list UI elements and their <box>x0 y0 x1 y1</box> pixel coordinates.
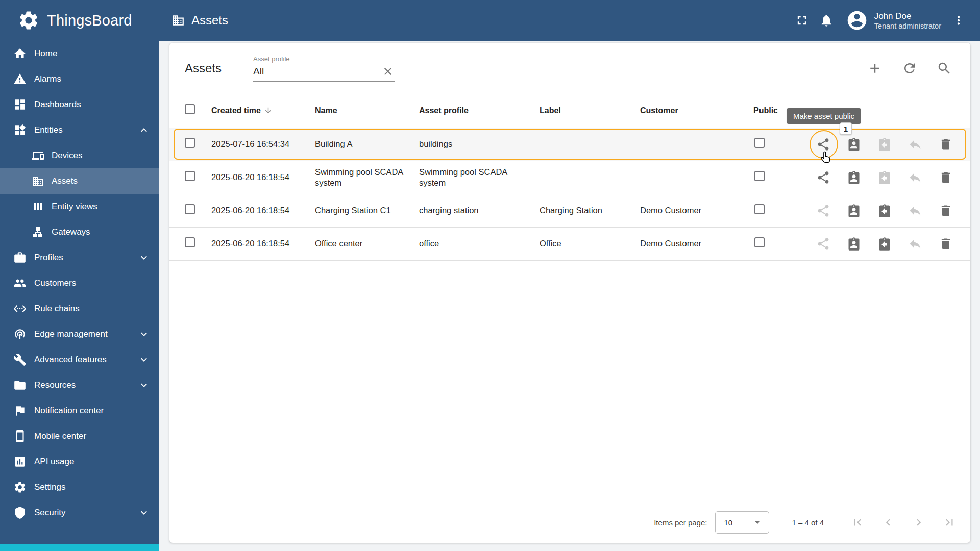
sidebar-item-label: Mobile center <box>34 431 86 441</box>
first-page-button <box>846 511 869 534</box>
assign-customer-button[interactable] <box>843 133 865 156</box>
advanced-features-icon <box>13 353 27 366</box>
public-checkbox[interactable] <box>754 237 765 247</box>
table-row[interactable]: 2025-06-20 16:18:54 Office center office… <box>169 228 970 261</box>
sidebar-item-label: Dashboards <box>34 99 81 110</box>
items-per-page-select[interactable]: 10 <box>715 511 769 534</box>
table-row[interactable]: 2025-06-20 16:18:54 Swimming pool SCADA … <box>169 161 970 194</box>
thingsboard-logo-icon <box>17 9 40 32</box>
rule-chains-icon <box>13 302 27 315</box>
edge-icon <box>13 328 27 341</box>
sidebar-item-label: Notification center <box>34 406 104 416</box>
user-menu[interactable]: John Doe Tenant administrator <box>846 9 941 32</box>
entity-views-icon <box>32 201 44 213</box>
column-label[interactable]: Label <box>540 106 640 116</box>
unassign-customer-button[interactable] <box>873 199 896 222</box>
sidebar-item-entities[interactable]: Entities <box>0 117 159 143</box>
make-public-button <box>812 199 835 222</box>
sidebar-item-advanced-features[interactable]: Advanced features <box>0 347 159 372</box>
table-row[interactable]: 2025-06-20 16:18:54 Charging Station C1 … <box>169 194 970 228</box>
entities-icon <box>13 123 27 137</box>
public-checkbox[interactable] <box>754 138 765 148</box>
more-menu-button[interactable] <box>946 8 971 33</box>
delete-button[interactable] <box>935 199 957 222</box>
brand[interactable]: ThingsBoard <box>0 9 159 32</box>
sidebar-item-mobile-center[interactable]: Mobile center <box>0 423 159 449</box>
cell-customer: Demo Customer <box>640 238 753 249</box>
sidebar-item-entity-views[interactable]: Entity views <box>0 194 159 219</box>
sidebar-item-gateways[interactable]: Gateways <box>0 219 159 245</box>
sidebar-item-home[interactable]: Home <box>0 41 159 66</box>
cell-created-time: 2025-06-20 16:18:54 <box>211 172 315 183</box>
sidebar-item-devices[interactable]: Devices <box>0 143 159 168</box>
delete-button[interactable] <box>935 233 957 255</box>
delete-button[interactable] <box>935 166 957 189</box>
clear-filter-icon[interactable] <box>382 65 394 78</box>
pagination-nav <box>846 511 961 534</box>
cell-created-time: 2025-07-16 16:54:34 <box>211 139 315 149</box>
resources-icon <box>13 379 27 392</box>
cell-asset-profile: office <box>419 238 540 249</box>
dashboards-icon <box>13 98 27 111</box>
add-asset-button[interactable] <box>864 58 886 79</box>
sidebar-item-customers[interactable]: Customers <box>0 270 159 296</box>
sidebar-item-security[interactable]: Security <box>0 500 159 525</box>
dropdown-icon <box>751 516 764 529</box>
avatar-icon <box>846 9 868 32</box>
notifications-button[interactable] <box>814 8 839 33</box>
row-checkbox[interactable] <box>185 138 195 148</box>
make-public-button <box>812 233 835 255</box>
row-checkbox[interactable] <box>185 171 195 181</box>
cursor-icon <box>819 150 833 166</box>
delete-button[interactable] <box>935 133 957 156</box>
column-customer[interactable]: Customer <box>640 106 753 116</box>
annotation-step-badge: 1 <box>840 122 852 135</box>
sidebar-item-dashboards[interactable]: Dashboards <box>0 92 159 117</box>
sidebar-item-label: Customers <box>34 278 76 288</box>
sidebar-item-label: Edge management <box>34 329 108 339</box>
select-all-checkbox[interactable] <box>185 104 195 114</box>
cell-name: Office center <box>315 238 419 249</box>
assign-customer-button[interactable] <box>843 199 865 222</box>
column-asset-profile[interactable]: Asset profile <box>419 106 540 116</box>
assign-customer-button[interactable] <box>843 166 865 189</box>
sidebar-item-label: Gateways <box>52 227 90 237</box>
asset-profile-filter[interactable]: Asset profile All <box>253 55 395 82</box>
public-checkbox[interactable] <box>754 204 765 214</box>
column-name[interactable]: Name <box>315 106 419 116</box>
make-public-button[interactable] <box>812 166 835 189</box>
page-header: Assets <box>172 13 228 28</box>
public-checkbox[interactable] <box>754 171 765 181</box>
fullscreen-button[interactable] <box>790 8 814 33</box>
sidebar-item-label: Entity views <box>52 202 97 212</box>
sidebar-item-profiles[interactable]: Profiles <box>0 245 159 270</box>
sidebar-item-resources[interactable]: Resources <box>0 372 159 398</box>
sidebar-item-alarms[interactable]: Alarms <box>0 66 159 92</box>
sidebar-item-label: Entities <box>34 125 63 135</box>
chevron-down-icon <box>138 328 150 340</box>
sort-desc-icon <box>264 106 273 115</box>
column-created-time[interactable]: Created time <box>211 106 315 116</box>
cell-asset-profile: Swimming pool SCADA system <box>419 167 540 189</box>
unassign-customer-button[interactable] <box>873 233 896 255</box>
sidebar-item-edge-management[interactable]: Edge management <box>0 321 159 347</box>
assets-toolbar: Assets Asset profile All <box>169 43 970 94</box>
user-role: Tenant administrator <box>874 22 941 30</box>
row-checkbox[interactable] <box>185 204 195 214</box>
profiles-icon <box>13 251 27 264</box>
sidebar-item-settings[interactable]: Settings <box>0 474 159 500</box>
assets-icon <box>172 14 185 27</box>
card-title: Assets <box>185 61 222 76</box>
sidebar-item-rule-chains[interactable]: Rule chains <box>0 296 159 321</box>
chevron-down-icon <box>138 379 150 391</box>
sidebar-item-assets[interactable]: Assets <box>0 168 159 194</box>
row-checkbox[interactable] <box>185 237 195 247</box>
make-private-button <box>904 133 926 156</box>
assign-customer-button[interactable] <box>843 233 865 255</box>
refresh-button[interactable] <box>899 58 920 79</box>
header-actions: John Doe Tenant administrator <box>790 8 980 33</box>
sidebar-item-notification-center[interactable]: Notification center <box>0 398 159 423</box>
search-button[interactable] <box>934 58 955 79</box>
alarm-icon <box>13 72 27 86</box>
sidebar-item-api-usage[interactable]: API usage <box>0 449 159 474</box>
